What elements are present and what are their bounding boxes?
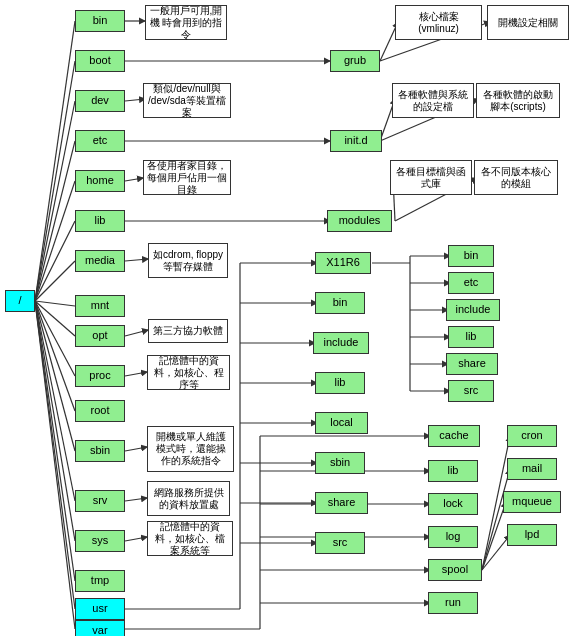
media-node: media — [75, 250, 125, 272]
initd-node: init.d — [330, 130, 382, 152]
desc-grub2: 開機設定相關 — [487, 5, 569, 40]
desc-modules-files: 各不同版本核心的模組 — [474, 160, 558, 195]
desc-srv: 網路服務所提供的資料放置處 — [147, 481, 230, 516]
svg-line-8 — [35, 301, 75, 336]
desc-scripts: 各種軟體的啟動腳本(scripts) — [476, 83, 560, 118]
mnt-node: mnt — [75, 295, 125, 317]
svg-line-13 — [35, 301, 75, 541]
svg-line-24 — [125, 498, 147, 501]
svg-line-0 — [35, 21, 75, 301]
desc-home: 各使用者家目錄，每個用戶佔用一個目錄 — [143, 160, 231, 195]
svg-line-2 — [35, 101, 75, 301]
x11r6-node: X11R6 — [315, 252, 371, 274]
svg-line-6 — [35, 261, 75, 301]
dev-node: dev — [75, 90, 125, 112]
spool-cron-node: cron — [507, 425, 557, 447]
desc-initd-files: 各種軟體與系統的設定檔 — [392, 83, 474, 118]
srv-node: srv — [75, 490, 125, 512]
root-dir-node: root — [75, 400, 125, 422]
svg-line-3 — [35, 141, 75, 301]
x11-src-node: src — [448, 380, 494, 402]
svg-line-12 — [35, 301, 75, 501]
x11-bin-node: bin — [448, 245, 494, 267]
usr-node: usr — [75, 598, 125, 620]
desc-sbin: 開機或單人維護模式時，還能操作的系統指令 — [147, 426, 234, 472]
opt-node: opt — [75, 325, 125, 347]
svg-line-4 — [35, 181, 75, 301]
svg-line-21 — [125, 330, 148, 336]
svg-line-1 — [35, 61, 75, 301]
svg-line-15 — [35, 301, 75, 609]
desc-dev: 類似/dev/null與 /dev/sda等裝置檔案 — [143, 83, 231, 118]
usr-local-node: local — [315, 412, 368, 434]
svg-line-22 — [125, 372, 147, 376]
desc-sys: 記憶體中的資料，如核心、檔案系統等 — [147, 521, 233, 556]
filesystem-diagram: / bin boot dev etc home lib media mnt op… — [0, 0, 587, 636]
var-cache-node: cache — [428, 425, 480, 447]
desc-proc: 記憶體中的資料，如核心、程序等 — [147, 355, 230, 390]
var-log-node: log — [428, 526, 478, 548]
svg-line-7 — [35, 301, 75, 306]
svg-line-10 — [35, 301, 75, 411]
svg-line-62 — [482, 469, 510, 570]
usr-bin-node: bin — [315, 292, 365, 314]
usr-sbin-node: sbin — [315, 452, 365, 474]
lib-node: lib — [75, 210, 125, 232]
usr-share-node: share — [315, 492, 368, 514]
sys-node: sys — [75, 530, 125, 552]
desc-lib-files: 各種目標檔與函式庫 — [390, 160, 472, 195]
sbin-node: sbin — [75, 440, 125, 462]
var-lock-node: lock — [428, 493, 478, 515]
spool-mail-node: mail — [507, 458, 557, 480]
spool-lpd-node: lpd — [507, 524, 557, 546]
root-node: / — [5, 290, 35, 312]
svg-line-9 — [35, 301, 75, 376]
desc-bin: 一般用戶可用,開機 時會用到的指令 — [145, 5, 227, 40]
desc-media: 如cdrom, floppy等暫存媒體 — [148, 243, 228, 278]
svg-line-14 — [35, 301, 75, 581]
etc-node: etc — [75, 130, 125, 152]
usr-src-node: src — [315, 532, 365, 554]
desc-vmlinuz: 核心檔案(vmlinuz) — [395, 5, 482, 40]
svg-line-23 — [125, 447, 147, 451]
var-spool-node: spool — [428, 559, 482, 581]
spool-mqueue-node: mqueue — [503, 491, 561, 513]
boot-node: boot — [75, 50, 125, 72]
usr-lib-node: lib — [315, 372, 365, 394]
desc-opt: 第三方協力軟體 — [148, 319, 228, 343]
svg-line-25 — [125, 537, 147, 541]
svg-line-5 — [35, 221, 75, 301]
var-lib-node: lib — [428, 460, 478, 482]
tmp-node: tmp — [75, 570, 125, 592]
svg-line-20 — [125, 259, 148, 261]
usr-include-node: include — [313, 332, 369, 354]
svg-line-11 — [35, 301, 75, 451]
svg-line-64 — [482, 535, 510, 570]
var-run-node: run — [428, 592, 478, 614]
proc-node: proc — [75, 365, 125, 387]
svg-line-19 — [125, 178, 143, 181]
var-node: var — [75, 620, 125, 636]
grub-node: grub — [330, 50, 380, 72]
svg-line-18 — [125, 99, 145, 101]
svg-line-16 — [35, 301, 75, 629]
x11-include-node: include — [446, 299, 500, 321]
modules-node: modules — [327, 210, 392, 232]
bin-node: bin — [75, 10, 125, 32]
home-node: home — [75, 170, 125, 192]
x11-lib-node: lib — [448, 326, 494, 348]
x11-etc-node: etc — [448, 272, 494, 294]
x11-share-node: share — [446, 353, 498, 375]
